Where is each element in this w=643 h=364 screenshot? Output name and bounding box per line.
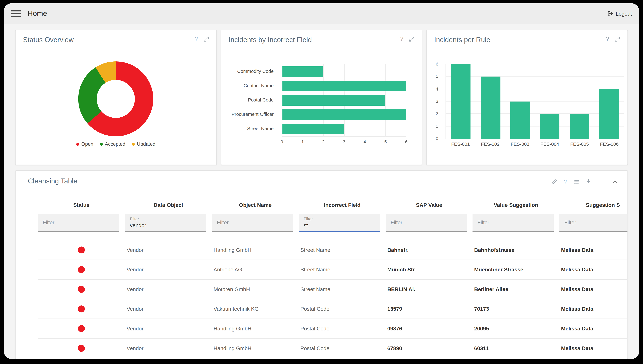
- bar[interactable]: [282, 80, 406, 91]
- filter-input[interactable]: Filter: [299, 214, 380, 232]
- table-cell: Postal Code: [299, 326, 386, 332]
- bar[interactable]: [282, 95, 385, 106]
- hbar-chart: Commodity CodeContact NamePostal CodePro…: [221, 64, 422, 161]
- table-cell: 13579: [386, 306, 473, 312]
- download-icon[interactable]: [586, 179, 591, 185]
- axis-tick-label: 1: [436, 124, 438, 128]
- table-row[interactable]: VendorVakuumtechnik KGPostal Code1357970…: [38, 299, 627, 319]
- filter-input[interactable]: [38, 214, 119, 232]
- menu-icon[interactable]: [11, 10, 21, 17]
- column-header: SAP Value: [386, 202, 473, 208]
- axis-tick-label: 2: [322, 139, 325, 144]
- filter-cell: [559, 214, 628, 232]
- card-header: Incidents per Rule ?: [427, 30, 627, 44]
- filter-input[interactable]: [386, 214, 467, 232]
- hbar-category-labels: Commodity CodeContact NamePostal CodePro…: [221, 64, 278, 136]
- table-row[interactable]: VendorMotoren GmbHStreet NameBERLIN Al.B…: [38, 280, 627, 300]
- axis-category-label: FES-003: [505, 142, 535, 147]
- filter-field[interactable]: [217, 220, 288, 226]
- bar-column: [476, 64, 505, 139]
- card-actions: ?: [195, 36, 209, 42]
- status-dot: [78, 345, 85, 352]
- filter-input[interactable]: [472, 214, 554, 232]
- help-icon[interactable]: ?: [606, 36, 609, 42]
- vbar-y-ticks: 0123456: [427, 64, 442, 138]
- card-title: Incidents by Incorrect Field: [228, 36, 400, 44]
- expand-icon[interactable]: [409, 36, 414, 42]
- filter-label: Filter: [130, 216, 201, 221]
- filter-cell: [472, 214, 559, 232]
- filter-cell: [38, 214, 125, 232]
- help-icon[interactable]: ?: [195, 36, 198, 42]
- table-cell: Melissa Data: [559, 306, 628, 312]
- bar-column: [564, 64, 594, 139]
- bar[interactable]: [282, 110, 406, 120]
- status-legend: OpenAcceptedUpdated: [16, 141, 216, 147]
- help-icon[interactable]: ?: [400, 36, 403, 42]
- status-cell: [38, 246, 125, 254]
- bar[interactable]: [599, 89, 619, 139]
- bar-column: [594, 64, 624, 139]
- bar[interactable]: [282, 66, 324, 77]
- axis-category-label: FES-001: [446, 142, 475, 147]
- table-row[interactable]: VendorHandling GmbHStreet NameBahnstr.Ba…: [38, 240, 627, 260]
- status-donut-chart[interactable]: [78, 62, 153, 136]
- filter-input[interactable]: Filter: [125, 214, 206, 232]
- list-icon[interactable]: [573, 179, 579, 185]
- screen: Home Logout Status Overview ? OpenAccept…: [0, 0, 643, 364]
- help-icon[interactable]: ?: [563, 179, 567, 185]
- filter-input[interactable]: [559, 214, 628, 232]
- status-overview-card: Status Overview ? OpenAcceptedUpdated: [15, 30, 217, 165]
- legend-item-updated[interactable]: Updated: [132, 141, 155, 147]
- axis-category-label: Procurement Officer: [221, 112, 278, 117]
- bar[interactable]: [282, 124, 344, 134]
- table-header-row: StatusData ObjectObject NameIncorrect Fi…: [38, 202, 627, 208]
- logout-button[interactable]: Logout: [607, 10, 632, 17]
- bar[interactable]: [540, 114, 559, 139]
- dashboard-content: Status Overview ? OpenAcceptedUpdated In…: [4, 24, 639, 359]
- axis-tick-label: 2: [436, 111, 438, 116]
- filter-cell: [386, 214, 473, 232]
- table-cell: 09876: [386, 326, 473, 332]
- expand-icon[interactable]: [203, 36, 209, 42]
- top-bar: Home Logout: [4, 3, 639, 24]
- filter-field[interactable]: [130, 222, 201, 228]
- filter-field[interactable]: [564, 220, 628, 226]
- filter-field[interactable]: [477, 220, 549, 226]
- filter-field[interactable]: [391, 220, 462, 226]
- table-cell: Melissa Data: [559, 247, 628, 253]
- legend-item-accepted[interactable]: Accepted: [100, 141, 125, 147]
- axis-tick-label: 5: [384, 139, 387, 144]
- edit-icon[interactable]: [551, 179, 557, 185]
- hbar-bars: [282, 64, 406, 136]
- bar[interactable]: [481, 77, 500, 139]
- card-actions: ?: [400, 36, 415, 42]
- bar[interactable]: [451, 64, 471, 139]
- table-cell: Melissa Data: [559, 345, 628, 352]
- status-dot: [78, 306, 85, 312]
- axis-tick-label: 5: [436, 74, 438, 79]
- legend-item-open[interactable]: Open: [76, 141, 93, 147]
- table-row[interactable]: VendorAntriebe AGStreet NameMunich Str.M…: [38, 260, 627, 280]
- collapse-icon[interactable]: [612, 179, 618, 185]
- table-row[interactable]: VendorHandling GmbHPostal Code6789060311…: [38, 338, 627, 358]
- incidents-per-rule-card: Incidents per Rule ? 0123456 FES-001FES-…: [426, 30, 628, 165]
- table-row[interactable]: VendorHandling GmbHPostal Code0987620095…: [38, 319, 627, 339]
- filter-input[interactable]: [212, 214, 293, 232]
- filter-field[interactable]: [43, 220, 114, 226]
- bar[interactable]: [569, 114, 589, 139]
- table-body: VendorHandling GmbHStreet NameBahnstr.Ba…: [38, 240, 627, 358]
- table-filter-row: FilterFilter: [38, 214, 627, 232]
- expand-icon[interactable]: [615, 36, 620, 42]
- table-cell: 67890: [386, 345, 473, 352]
- axis-tick-label: 0: [436, 136, 438, 141]
- card-header: Status Overview ?: [16, 30, 216, 44]
- table-actions: ?: [551, 179, 617, 185]
- status-dot: [78, 286, 85, 293]
- filter-field[interactable]: [304, 222, 375, 228]
- charts-row: Status Overview ? OpenAcceptedUpdated In…: [15, 30, 628, 165]
- legend-dot: [100, 143, 103, 146]
- filter-cell: [212, 214, 299, 232]
- bar[interactable]: [510, 102, 530, 139]
- table-cell: Melissa Data: [559, 326, 628, 332]
